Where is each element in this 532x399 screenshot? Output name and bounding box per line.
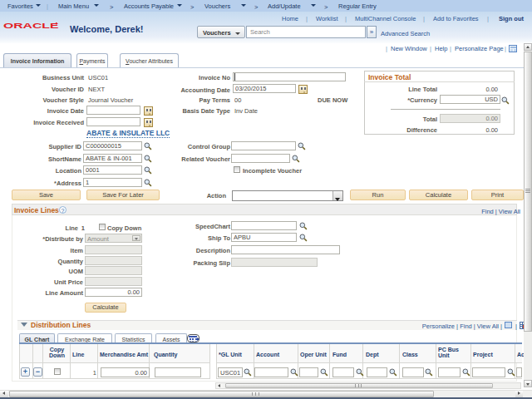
svg-text:ORACLE: ORACLE xyxy=(3,22,59,30)
